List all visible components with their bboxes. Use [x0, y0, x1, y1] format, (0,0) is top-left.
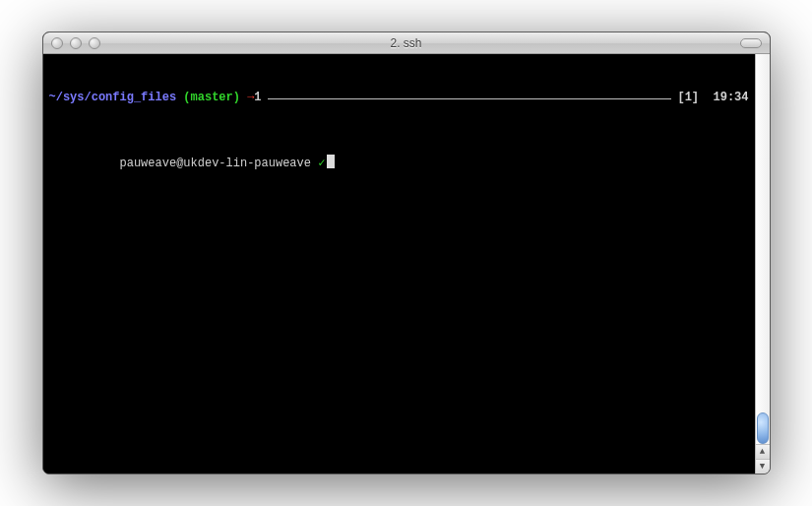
window-title: 2. ssh — [43, 36, 770, 50]
cursor — [327, 155, 335, 168]
content-area: ~/sys/config_files (master) →1 [1] 19:34… — [43, 54, 770, 474]
user-host: pauweave@ukdev-lin-pauweave — [120, 157, 311, 170]
terminal-window: 2. ssh ~/sys/config_files (master) →1 [1… — [42, 32, 771, 474]
scroll-up-icon[interactable]: ▲ — [756, 444, 770, 459]
clock: 19:34 — [713, 90, 748, 105]
git-branch-close: ) — [233, 90, 240, 105]
git-ahead-count: 1 — [254, 90, 261, 105]
git-branch-open: ( — [183, 90, 190, 105]
titlebar[interactable]: 2. ssh — [43, 32, 770, 54]
terminal-body[interactable]: ~/sys/config_files (master) →1 [1] 19:34… — [43, 54, 755, 474]
zoom-icon[interactable] — [89, 37, 100, 49]
cwd: ~/sys/config_files — [49, 90, 177, 105]
scroll-thumb[interactable] — [757, 412, 769, 444]
traffic-lights — [51, 37, 100, 49]
toolbar-toggle-icon[interactable] — [740, 38, 762, 48]
status-line: ~/sys/config_files (master) →1 [1] 19:34 — [49, 90, 749, 105]
session-number: [1] — [677, 90, 699, 105]
scroll-down-icon[interactable]: ▼ — [756, 459, 770, 474]
horizontal-rule — [268, 98, 672, 99]
status-ok-icon: ✓ — [318, 157, 325, 170]
minimize-icon[interactable] — [70, 37, 82, 49]
prompt-line: pauweave@ukdev-lin-pauweave ✓ — [49, 137, 749, 187]
close-icon[interactable] — [51, 37, 63, 49]
git-ahead-arrow-icon: → — [247, 90, 254, 105]
git-branch: master — [191, 90, 233, 105]
scrollbar[interactable]: ▲ ▼ — [755, 54, 770, 474]
